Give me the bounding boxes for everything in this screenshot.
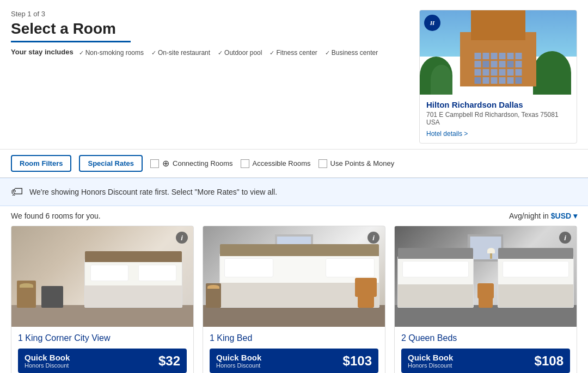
room-content-3: 2 Queen Beds Quick Book Honors Discount … xyxy=(395,327,577,373)
special-rates-button[interactable]: Special Rates xyxy=(79,155,143,172)
quick-book-button-1[interactable]: Quick Book Honors Discount $32 xyxy=(18,349,187,373)
stay-label: Your stay includes xyxy=(11,48,74,56)
quick-book-left-1: Quick Book Honors Discount xyxy=(24,353,70,369)
title-underline xyxy=(11,41,131,42)
svg-text:H: H xyxy=(430,20,435,26)
quick-book-left-2: Quick Book Honors Discount xyxy=(216,353,261,369)
avg-night: Avg/night in $USD ▾ xyxy=(509,212,577,220)
room-content-1: 1 King Corner City View Quick Book Honor… xyxy=(11,327,193,373)
use-points-money-label: Use Points & Money xyxy=(330,159,395,167)
amenity-restaurant: ✓ On-site restaurant xyxy=(151,49,210,57)
room-card-2: i 1 King Bed Quick Book Honors Discount … xyxy=(203,226,385,373)
hilton-logo: H xyxy=(424,15,440,31)
filters-bar: Room Filters Special Rates ⊕ Connecting … xyxy=(0,149,588,178)
amenity-nonsmoking: ✓ Non-smoking rooms xyxy=(79,49,144,57)
step-label: Step 1 of 3 xyxy=(11,10,419,18)
check-icon: ✓ xyxy=(325,49,330,57)
honors-banner: 🏷 We're showing Honors Discount rate fir… xyxy=(0,178,588,206)
room-image-2: i xyxy=(203,226,385,327)
info-badge-1[interactable]: i xyxy=(176,232,188,244)
amenity-label: On-site restaurant xyxy=(158,49,210,57)
quick-book-button-3[interactable]: Quick Book Honors Discount $108 xyxy=(401,349,570,373)
hotel-details-link[interactable]: Hotel details > xyxy=(426,130,468,138)
use-points-money-filter[interactable]: Use Points & Money xyxy=(318,159,395,168)
hotel-name: Hilton Richardson Dallas xyxy=(426,100,570,109)
amenity-business: ✓ Business center xyxy=(325,49,378,57)
room-name-3: 2 Queen Beds xyxy=(401,333,570,343)
results-count: We found 6 rooms for you. xyxy=(11,212,101,220)
quick-book-sub-2: Honors Discount xyxy=(216,362,261,369)
amenity-pool: ✓ Outdoor pool xyxy=(218,49,262,57)
room-name-2: 1 King Bed xyxy=(210,333,378,343)
use-points-money-checkbox[interactable] xyxy=(318,159,327,168)
check-icon: ✓ xyxy=(151,49,156,57)
hotel-card: H Hilton Richardson Dallas 701 E Campbel… xyxy=(419,10,577,144)
room-image-1: i xyxy=(11,226,193,327)
quick-book-sub-1: Honors Discount xyxy=(24,362,70,369)
accessible-rooms-checkbox[interactable] xyxy=(241,159,249,168)
room-card-1: i 1 King Corner City View Quick Book Hon… xyxy=(11,226,194,373)
quick-book-label-3: Quick Book xyxy=(408,353,453,362)
quick-book-left-3: Quick Book Honors Discount xyxy=(408,353,453,369)
info-badge-2[interactable]: i xyxy=(367,232,379,244)
amenity-label: Business center xyxy=(332,49,378,57)
connecting-rooms-checkbox[interactable] xyxy=(150,159,159,168)
hotel-info: Hilton Richardson Dallas 701 E Campbell … xyxy=(420,95,577,143)
amenity-label: Non-smoking rooms xyxy=(85,49,144,57)
stay-includes: Your stay includes ✓ Non-smoking rooms ✓… xyxy=(11,48,419,57)
check-icon: ✓ xyxy=(79,49,84,57)
hotel-address: 701 E Campbell Rd Richardson, Texas 7508… xyxy=(426,111,570,126)
connecting-rooms-filter[interactable]: ⊕ Connecting Rooms xyxy=(150,158,233,169)
amenity-label: Fitness center xyxy=(276,49,317,57)
amenity-label: Outdoor pool xyxy=(224,49,262,57)
tag-icon: 🏷 xyxy=(11,185,23,199)
connecting-rooms-label: Connecting Rooms xyxy=(173,159,233,167)
quick-book-price-1: $32 xyxy=(158,353,180,369)
currency-selector[interactable]: $USD ▾ xyxy=(551,212,577,220)
room-content-2: 1 King Bed Quick Book Honors Discount $1… xyxy=(203,327,385,373)
room-name-1: 1 King Corner City View xyxy=(18,333,187,343)
check-icon: ✓ xyxy=(270,49,274,57)
hotel-photo: H xyxy=(420,10,577,95)
room-filters-button[interactable]: Room Filters xyxy=(11,155,71,172)
quick-book-button-2[interactable]: Quick Book Honors Discount $103 xyxy=(210,349,378,373)
results-bar: We found 6 rooms for you. Avg/night in $… xyxy=(0,206,588,226)
room-image-3: i xyxy=(395,226,577,327)
amenities-list: ✓ Non-smoking rooms ✓ On-site restaurant… xyxy=(79,48,378,57)
page-title: Select a Room xyxy=(11,20,419,38)
quick-book-price-2: $103 xyxy=(343,353,372,369)
quick-book-sub-3: Honors Discount xyxy=(408,362,453,369)
check-icon: ✓ xyxy=(218,49,223,57)
accessible-rooms-filter[interactable]: Accessible Rooms xyxy=(241,159,311,168)
room-card-3: i 2 Queen Beds Quick Book Honors Discoun… xyxy=(394,226,577,373)
honors-banner-text: We're showing Honors Discount rate first… xyxy=(29,188,277,196)
avg-night-label: Avg/night in xyxy=(509,212,551,220)
connecting-rooms-icon: ⊕ xyxy=(162,158,169,169)
quick-book-label-2: Quick Book xyxy=(216,353,261,362)
amenity-fitness: ✓ Fitness center xyxy=(270,49,317,57)
accessible-rooms-label: Accessible Rooms xyxy=(253,159,311,167)
info-badge-3[interactable]: i xyxy=(559,232,571,244)
quick-book-price-3: $108 xyxy=(535,353,564,369)
quick-book-label-1: Quick Book xyxy=(24,353,70,362)
rooms-grid: i 1 King Corner City View Quick Book Hon… xyxy=(0,226,588,373)
